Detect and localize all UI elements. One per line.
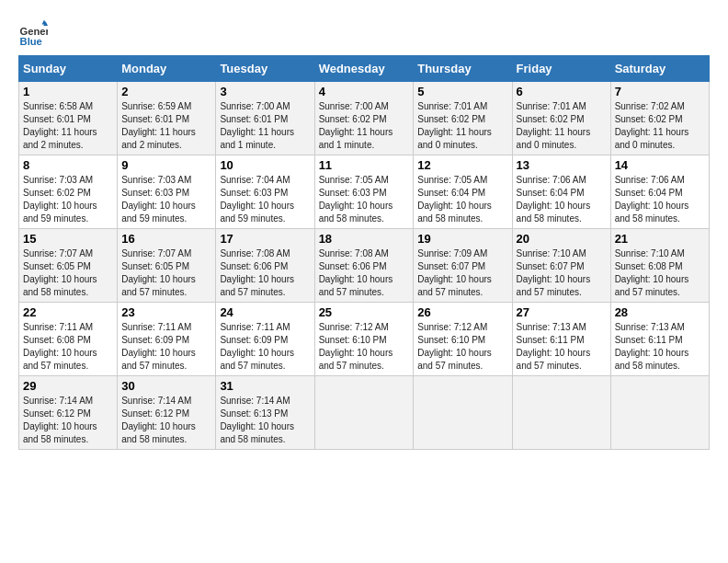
day-cell: 22 Sunrise: 7:11 AM Sunset: 6:08 PM Dayl… xyxy=(19,303,118,376)
day-cell: 7 Sunrise: 7:02 AM Sunset: 6:02 PM Dayli… xyxy=(610,82,709,155)
day-info: Sunrise: 7:01 AM Sunset: 6:02 PM Dayligh… xyxy=(517,100,607,152)
svg-text:Blue: Blue xyxy=(20,36,42,47)
day-cell: 2 Sunrise: 6:59 AM Sunset: 6:01 PM Dayli… xyxy=(118,82,216,155)
day-cell: 18 Sunrise: 7:08 AM Sunset: 6:06 PM Dayl… xyxy=(314,229,414,303)
day-info: Sunrise: 7:10 AM Sunset: 6:07 PM Dayligh… xyxy=(517,247,607,299)
day-number: 25 xyxy=(319,305,410,319)
day-number: 29 xyxy=(23,379,113,393)
day-info: Sunrise: 7:05 AM Sunset: 6:03 PM Dayligh… xyxy=(319,174,410,225)
day-info: Sunrise: 7:00 AM Sunset: 6:01 PM Dayligh… xyxy=(220,100,310,152)
day-info: Sunrise: 7:00 AM Sunset: 6:02 PM Dayligh… xyxy=(319,100,410,152)
day-cell: 21 Sunrise: 7:10 AM Sunset: 6:08 PM Dayl… xyxy=(610,229,709,303)
day-cell: 17 Sunrise: 7:08 AM Sunset: 6:06 PM Dayl… xyxy=(216,229,314,303)
header-friday: Friday xyxy=(512,56,610,82)
day-number: 10 xyxy=(220,158,310,172)
week-row-4: 22 Sunrise: 7:11 AM Sunset: 6:08 PM Dayl… xyxy=(19,303,710,376)
day-cell: 4 Sunrise: 7:00 AM Sunset: 6:02 PM Dayli… xyxy=(314,82,414,155)
day-cell xyxy=(610,376,709,450)
day-number: 14 xyxy=(615,158,705,172)
day-number: 15 xyxy=(23,232,113,246)
day-cell: 12 Sunrise: 7:05 AM Sunset: 6:04 PM Dayl… xyxy=(414,155,512,229)
day-number: 11 xyxy=(319,158,410,172)
day-cell: 10 Sunrise: 7:04 AM Sunset: 6:03 PM Dayl… xyxy=(216,155,314,229)
day-info: Sunrise: 7:12 AM Sunset: 6:10 PM Dayligh… xyxy=(319,321,410,373)
header-sunday: Sunday xyxy=(19,56,118,82)
day-number: 6 xyxy=(517,85,607,98)
week-row-5: 29 Sunrise: 7:14 AM Sunset: 6:12 PM Dayl… xyxy=(19,376,710,450)
day-info: Sunrise: 7:11 AM Sunset: 6:08 PM Dayligh… xyxy=(23,321,113,373)
day-cell: 6 Sunrise: 7:01 AM Sunset: 6:02 PM Dayli… xyxy=(512,82,610,155)
day-cell: 1 Sunrise: 6:58 AM Sunset: 6:01 PM Dayli… xyxy=(19,82,118,155)
day-number: 7 xyxy=(615,85,705,98)
day-number: 20 xyxy=(517,232,607,246)
day-cell: 31 Sunrise: 7:14 AM Sunset: 6:13 PM Dayl… xyxy=(216,376,314,450)
day-number: 9 xyxy=(121,158,211,172)
day-number: 30 xyxy=(121,379,211,393)
day-info: Sunrise: 7:10 AM Sunset: 6:08 PM Dayligh… xyxy=(615,247,705,299)
day-info: Sunrise: 7:11 AM Sunset: 6:09 PM Dayligh… xyxy=(121,321,211,373)
day-number: 21 xyxy=(615,232,705,246)
day-info: Sunrise: 6:58 AM Sunset: 6:01 PM Dayligh… xyxy=(23,100,113,152)
day-number: 31 xyxy=(220,379,310,393)
day-number: 27 xyxy=(517,305,607,319)
day-cell: 27 Sunrise: 7:13 AM Sunset: 6:11 PM Dayl… xyxy=(512,303,610,376)
header-monday: Monday xyxy=(118,56,216,82)
week-row-2: 8 Sunrise: 7:03 AM Sunset: 6:02 PM Dayli… xyxy=(19,155,710,229)
svg-text:General: General xyxy=(20,26,48,37)
day-info: Sunrise: 7:03 AM Sunset: 6:02 PM Dayligh… xyxy=(23,174,113,225)
day-number: 24 xyxy=(220,305,310,319)
day-cell: 13 Sunrise: 7:06 AM Sunset: 6:04 PM Dayl… xyxy=(512,155,610,229)
day-number: 5 xyxy=(417,85,507,98)
day-cell: 8 Sunrise: 7:03 AM Sunset: 6:02 PM Dayli… xyxy=(19,155,118,229)
day-cell: 11 Sunrise: 7:05 AM Sunset: 6:03 PM Dayl… xyxy=(314,155,414,229)
day-cell xyxy=(314,376,414,450)
day-info: Sunrise: 7:14 AM Sunset: 6:12 PM Dayligh… xyxy=(121,395,211,446)
header-tuesday: Tuesday xyxy=(216,56,314,82)
day-cell: 29 Sunrise: 7:14 AM Sunset: 6:12 PM Dayl… xyxy=(19,376,118,450)
page-header: General Blue xyxy=(18,18,710,48)
day-cell xyxy=(512,376,610,450)
day-number: 4 xyxy=(319,85,410,98)
day-info: Sunrise: 7:09 AM Sunset: 6:07 PM Dayligh… xyxy=(417,247,507,299)
day-info: Sunrise: 7:14 AM Sunset: 6:13 PM Dayligh… xyxy=(220,395,310,446)
day-cell: 14 Sunrise: 7:06 AM Sunset: 6:04 PM Dayl… xyxy=(610,155,709,229)
day-info: Sunrise: 7:07 AM Sunset: 6:05 PM Dayligh… xyxy=(23,247,113,299)
calendar-table: SundayMondayTuesdayWednesdayThursdayFrid… xyxy=(18,55,710,450)
header-saturday: Saturday xyxy=(610,56,709,82)
day-cell: 5 Sunrise: 7:01 AM Sunset: 6:02 PM Dayli… xyxy=(414,82,512,155)
day-number: 26 xyxy=(417,305,507,319)
day-number: 28 xyxy=(615,305,705,319)
day-info: Sunrise: 7:02 AM Sunset: 6:02 PM Dayligh… xyxy=(615,100,705,152)
calendar-header-row: SundayMondayTuesdayWednesdayThursdayFrid… xyxy=(19,56,710,82)
day-cell: 9 Sunrise: 7:03 AM Sunset: 6:03 PM Dayli… xyxy=(118,155,216,229)
header-thursday: Thursday xyxy=(414,56,512,82)
day-number: 13 xyxy=(517,158,607,172)
day-number: 17 xyxy=(220,232,310,246)
day-info: Sunrise: 7:08 AM Sunset: 6:06 PM Dayligh… xyxy=(220,247,310,299)
day-number: 12 xyxy=(417,158,507,172)
day-cell: 20 Sunrise: 7:10 AM Sunset: 6:07 PM Dayl… xyxy=(512,229,610,303)
day-cell: 26 Sunrise: 7:12 AM Sunset: 6:10 PM Dayl… xyxy=(414,303,512,376)
day-info: Sunrise: 7:06 AM Sunset: 6:04 PM Dayligh… xyxy=(517,174,607,225)
day-info: Sunrise: 7:06 AM Sunset: 6:04 PM Dayligh… xyxy=(615,174,705,225)
day-cell: 3 Sunrise: 7:00 AM Sunset: 6:01 PM Dayli… xyxy=(216,82,314,155)
day-number: 19 xyxy=(417,232,507,246)
day-info: Sunrise: 7:13 AM Sunset: 6:11 PM Dayligh… xyxy=(517,321,607,373)
day-info: Sunrise: 7:04 AM Sunset: 6:03 PM Dayligh… xyxy=(220,174,310,225)
week-row-1: 1 Sunrise: 6:58 AM Sunset: 6:01 PM Dayli… xyxy=(19,82,710,155)
day-cell: 28 Sunrise: 7:13 AM Sunset: 6:11 PM Dayl… xyxy=(610,303,709,376)
logo: General Blue xyxy=(18,18,51,48)
day-cell: 23 Sunrise: 7:11 AM Sunset: 6:09 PM Dayl… xyxy=(118,303,216,376)
day-cell xyxy=(414,376,512,450)
week-row-3: 15 Sunrise: 7:07 AM Sunset: 6:05 PM Dayl… xyxy=(19,229,710,303)
day-cell: 24 Sunrise: 7:11 AM Sunset: 6:09 PM Dayl… xyxy=(216,303,314,376)
day-number: 18 xyxy=(319,232,410,246)
day-info: Sunrise: 7:05 AM Sunset: 6:04 PM Dayligh… xyxy=(417,174,507,225)
day-number: 8 xyxy=(23,158,113,172)
day-cell: 16 Sunrise: 7:07 AM Sunset: 6:05 PM Dayl… xyxy=(118,229,216,303)
day-cell: 30 Sunrise: 7:14 AM Sunset: 6:12 PM Dayl… xyxy=(118,376,216,450)
day-info: Sunrise: 7:13 AM Sunset: 6:11 PM Dayligh… xyxy=(615,321,705,373)
day-info: Sunrise: 7:14 AM Sunset: 6:12 PM Dayligh… xyxy=(23,395,113,446)
day-info: Sunrise: 7:01 AM Sunset: 6:02 PM Dayligh… xyxy=(417,100,507,152)
day-info: Sunrise: 6:59 AM Sunset: 6:01 PM Dayligh… xyxy=(121,100,211,152)
